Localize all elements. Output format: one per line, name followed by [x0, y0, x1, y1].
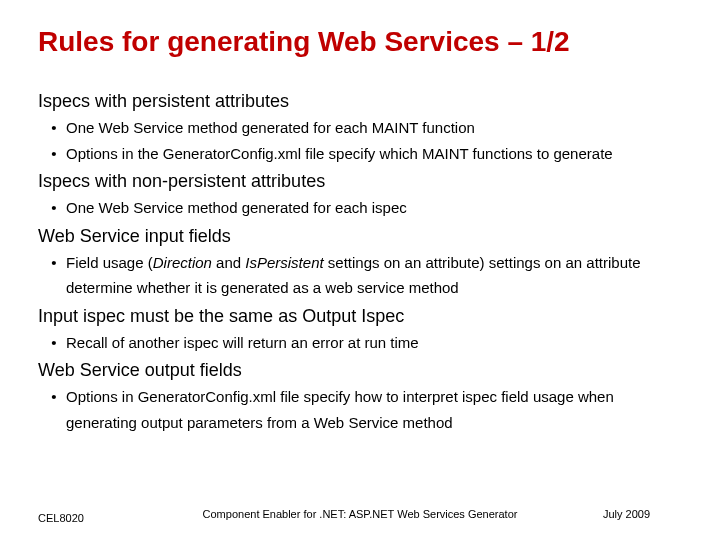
- bullet-text: One Web Service method generated for eac…: [66, 115, 678, 141]
- italic-text: Direction: [153, 254, 212, 271]
- bullet-icon: •: [38, 195, 66, 221]
- slide-content: Ispecs with persistent attributes • One …: [38, 86, 678, 435]
- bullet-icon: •: [38, 330, 66, 356]
- bullet-icon: •: [38, 250, 66, 301]
- bullet-text: Options in the GeneratorConfig.xml file …: [66, 141, 678, 167]
- bullet-item: • Recall of another ispec will return an…: [38, 330, 678, 356]
- section-heading: Input ispec must be the same as Output I…: [38, 303, 678, 330]
- bullet-item: • One Web Service method generated for e…: [38, 115, 678, 141]
- bullet-item: • Options in GeneratorConfig.xml file sp…: [38, 384, 678, 435]
- footer-right: July 2009: [603, 508, 650, 520]
- slide-title: Rules for generating Web Services – 1/2: [38, 26, 570, 58]
- bullet-item: • Options in the GeneratorConfig.xml fil…: [38, 141, 678, 167]
- bullet-icon: •: [38, 384, 66, 435]
- bullet-item: • Field usage (Direction and IsPersisten…: [38, 250, 678, 301]
- text-fragment: Field usage (: [66, 254, 153, 271]
- bullet-text: Options in GeneratorConfig.xml file spec…: [66, 384, 678, 435]
- bullet-text: Field usage (Direction and IsPersistent …: [66, 250, 678, 301]
- bullet-item: • One Web Service method generated for e…: [38, 195, 678, 221]
- slide: Rules for generating Web Services – 1/2 …: [0, 0, 720, 540]
- bullet-text: Recall of another ispec will return an e…: [66, 330, 678, 356]
- italic-text: IsPersistent: [245, 254, 323, 271]
- section-heading: Web Service output fields: [38, 357, 678, 384]
- bullet-text: One Web Service method generated for eac…: [66, 195, 678, 221]
- text-fragment: and: [212, 254, 245, 271]
- section-heading: Ispecs with persistent attributes: [38, 88, 678, 115]
- section-heading: Web Service input fields: [38, 223, 678, 250]
- bullet-icon: •: [38, 115, 66, 141]
- bullet-icon: •: [38, 141, 66, 167]
- section-heading: Ispecs with non-persistent attributes: [38, 168, 678, 195]
